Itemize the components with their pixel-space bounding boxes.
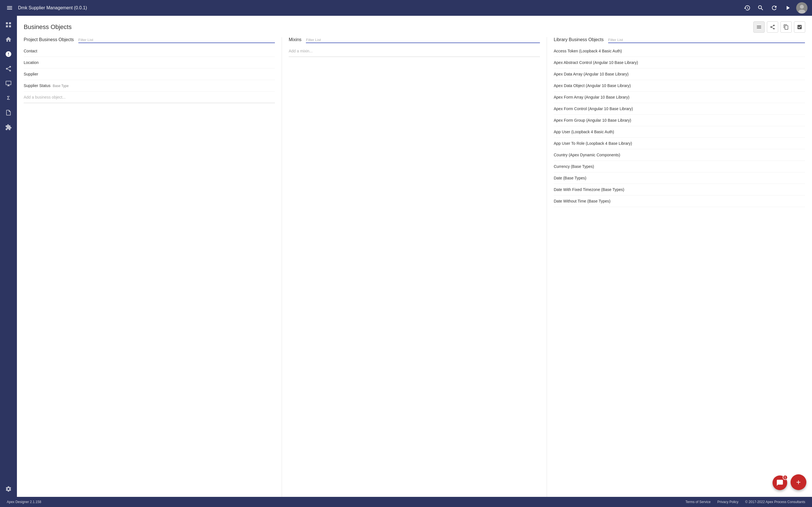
list-item[interactable]: Apex Abstract Control (Angular 10 Base L… <box>554 57 805 68</box>
chat-badge: 5 <box>783 475 788 480</box>
list-item[interactable]: Contact <box>24 45 275 57</box>
search-icon[interactable] <box>756 3 766 13</box>
content-area: Business Objects Pro <box>17 16 812 497</box>
content-header: Business Objects <box>17 16 812 33</box>
chat-button[interactable]: 5 <box>772 475 787 490</box>
project-column: Project Business Objects Contact Locatio… <box>17 37 282 497</box>
list-item[interactable]: App User (Loopback 4 Basic Auth) <box>554 126 805 138</box>
footer-copyright: © 2017-2022 Apex Process Consultants <box>745 500 805 504</box>
list-item[interactable]: App User To Role (Loopback 4 Base Librar… <box>554 138 805 149</box>
add-mixin-input[interactable] <box>289 45 540 57</box>
sidebar-item-settings[interactable] <box>2 482 15 496</box>
footer-terms[interactable]: Terms of Service <box>686 500 711 504</box>
header-actions <box>753 21 805 33</box>
page-title: Business Objects <box>24 23 71 31</box>
list-item[interactable]: Supplier Status Base Type <box>24 80 275 92</box>
list-item[interactable]: Country (Apex Dynamic Components) <box>554 149 805 161</box>
mixins-column-header: Mixins <box>289 37 540 43</box>
share-view-button[interactable] <box>767 21 778 33</box>
sidebar-item-document[interactable] <box>2 106 15 119</box>
footer-version: Apex Designer 2.1.158 <box>7 500 41 504</box>
list-item[interactable]: Currency (Base Types) <box>554 161 805 172</box>
checklist-button[interactable] <box>794 21 805 33</box>
columns-container: Project Business Objects Contact Locatio… <box>17 33 812 497</box>
mixins-column-title: Mixins <box>289 37 301 42</box>
sidebar: Σ <box>0 16 17 497</box>
add-business-object-input[interactable] <box>24 92 275 103</box>
footer-privacy[interactable]: Privacy Policy <box>717 500 739 504</box>
library-column-title: Library Business Objects <box>554 37 604 42</box>
mixins-filter-input[interactable] <box>306 37 540 43</box>
clipboard-button[interactable] <box>780 21 792 33</box>
list-item[interactable]: Date With Fixed Timezone (Base Types) <box>554 184 805 195</box>
list-item[interactable]: Date Without Time (Base Types) <box>554 195 805 207</box>
list-item[interactable]: Apex Form Control (Angular 10 Base Libra… <box>554 103 805 115</box>
list-item[interactable]: Supplier <box>24 68 275 80</box>
project-filter-input[interactable] <box>79 37 275 43</box>
app-title: Dmk Supplier Management (0.0.1) <box>18 5 739 10</box>
list-item[interactable]: Apex Data Array (Angular 10 Base Library… <box>554 68 805 80</box>
sidebar-item-puzzle[interactable] <box>2 121 15 134</box>
sidebar-item-share[interactable] <box>2 62 15 75</box>
fab-add-button[interactable]: + <box>791 474 806 490</box>
main-layout: Σ Business Objects <box>0 16 812 497</box>
play-icon[interactable] <box>783 3 793 13</box>
list-item[interactable]: Apex Form Group (Angular 10 Base Library… <box>554 115 805 126</box>
sidebar-item-home[interactable] <box>2 33 15 46</box>
library-filter-input[interactable] <box>608 37 805 43</box>
bottom-bar: Apex Designer 2.1.158 Terms of Service P… <box>0 497 812 507</box>
top-bar: Dmk Supplier Management (0.0.1) <box>0 0 812 16</box>
project-column-header: Project Business Objects <box>24 37 275 43</box>
sidebar-item-desktop[interactable] <box>2 76 15 90</box>
menu-icon[interactable] <box>4 3 15 13</box>
list-item[interactable]: Date (Base Types) <box>554 172 805 184</box>
library-column-header: Library Business Objects <box>554 37 805 43</box>
sidebar-item-alerts[interactable] <box>2 47 15 61</box>
list-view-button[interactable] <box>753 21 765 33</box>
avatar[interactable] <box>796 2 808 13</box>
sidebar-item-grid[interactable] <box>2 18 15 32</box>
svg-point-1 <box>800 5 804 9</box>
mixins-column: Mixins <box>282 37 547 497</box>
project-column-title: Project Business Objects <box>24 37 74 42</box>
list-item[interactable]: Access Token (Loopback 4 Basic Auth) <box>554 45 805 57</box>
library-column: Library Business Objects Access Token (L… <box>547 37 812 497</box>
list-item[interactable]: Apex Form Array (Angular 10 Base Library… <box>554 92 805 103</box>
list-item[interactable]: Apex Data Object (Angular 10 Base Librar… <box>554 80 805 92</box>
refresh-icon[interactable] <box>769 3 779 13</box>
sidebar-item-sigma[interactable]: Σ <box>2 91 15 105</box>
history-icon[interactable] <box>742 3 752 13</box>
list-item[interactable]: Location <box>24 57 275 68</box>
